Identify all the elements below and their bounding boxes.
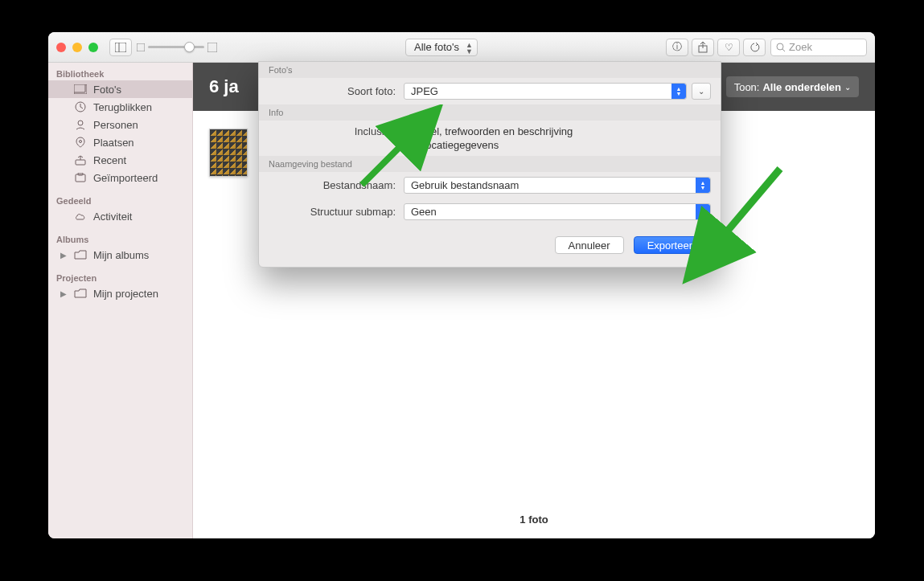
sidebar-item-label: Terugblikken <box>93 101 152 113</box>
filename-label: Bestandsnaam: <box>269 179 396 191</box>
export-button[interactable]: Exporteer <box>634 236 706 254</box>
svg-rect-13 <box>76 160 85 165</box>
sidebar-item-activiteit[interactable]: Activiteit <box>48 207 192 225</box>
share-button[interactable] <box>692 39 714 56</box>
zoom-in-icon <box>207 43 217 52</box>
close-window-button[interactable] <box>56 43 66 52</box>
item-count-label: 1 foto <box>193 513 875 526</box>
search-placeholder: Zoek <box>789 41 812 53</box>
search-field[interactable]: Zoek <box>770 39 867 56</box>
sidebar: Bibliotheek Foto's Terugblikken Personen… <box>48 63 193 538</box>
sidebar-item-label: Mijn projecten <box>93 288 158 300</box>
chevron-down-icon: ⌄ <box>698 87 704 96</box>
zoom-window-button[interactable] <box>88 43 98 52</box>
imported-icon <box>74 171 87 184</box>
svg-point-6 <box>777 43 783 50</box>
disclosure-triangle-icon[interactable]: ▶ <box>60 289 68 298</box>
folder-icon <box>74 287 87 300</box>
sidebar-item-terugblikken[interactable]: Terugblikken <box>48 98 192 116</box>
sidebar-item-label: Activiteit <box>93 211 132 223</box>
people-icon <box>74 118 87 131</box>
cancel-button[interactable]: Annuleer <box>555 236 624 254</box>
recent-icon <box>74 153 87 166</box>
sidebar-item-label: Personen <box>93 119 138 131</box>
svg-line-7 <box>782 49 785 51</box>
svg-point-12 <box>80 141 82 143</box>
svg-rect-2 <box>137 43 145 51</box>
sidebar-item-mijn-projecten[interactable]: ▶ Mijn projecten <box>48 284 192 302</box>
sidebar-item-personen[interactable]: Personen <box>48 116 192 133</box>
select-arrows-icon: ▲▼ <box>696 178 710 193</box>
sidebar-item-label: Mijn albums <box>93 249 149 261</box>
folder-icon <box>74 248 87 261</box>
zoom-slider[interactable] <box>137 43 217 52</box>
photos-icon <box>74 83 87 96</box>
sidebar-toggle-button[interactable] <box>109 39 132 56</box>
photo-thumbnail[interactable] <box>209 129 248 177</box>
disclosure-triangle-icon[interactable]: ▶ <box>60 251 68 260</box>
photo-kind-value: JPEG <box>411 85 438 97</box>
select-arrows-icon: ▲▼ <box>671 84 686 99</box>
inclusive-label: Inclusief: <box>269 125 396 137</box>
photo-kind-select[interactable]: JPEG ▲▼ <box>404 83 687 100</box>
svg-rect-9 <box>74 84 85 92</box>
info-button[interactable]: ⓘ <box>666 39 688 56</box>
search-icon <box>776 43 786 52</box>
share-icon <box>698 42 708 53</box>
show-filter-value: Alle onderdelen <box>762 81 841 93</box>
photo-kind-label: Soort foto: <box>269 85 396 97</box>
memories-icon <box>74 100 87 113</box>
svg-rect-3 <box>207 43 217 52</box>
show-filter-button[interactable]: Toon: Alle onderdelen ⌄ <box>726 76 859 97</box>
favorite-button[interactable]: ♡ <box>717 39 740 56</box>
activity-icon <box>74 210 87 223</box>
rotate-button[interactable] <box>743 39 766 56</box>
sidebar-header-bibliotheek: Bibliotheek <box>48 66 192 80</box>
chevron-updown-icon: ▲▼ <box>466 42 473 55</box>
window-controls <box>56 43 98 52</box>
app-window: Alle foto's ▲▼ ⓘ ♡ Zoek Bibliotheek Foto… <box>48 32 875 538</box>
filename-value: Gebruik bestandsnaam <box>411 179 519 191</box>
select-arrows-icon: ▲▼ <box>696 204 710 219</box>
checkbox-location-label: Locatiegegevens <box>420 139 499 151</box>
dialog-section-photos: Foto's <box>259 62 721 78</box>
places-icon <box>74 136 87 149</box>
sidebar-item-label: Plaatsen <box>93 137 134 149</box>
library-filter-dropdown[interactable]: Alle foto's ▲▼ <box>405 39 478 56</box>
subfolder-value: Geen <box>411 206 437 218</box>
rotate-icon <box>749 42 760 53</box>
dialog-section-naming: Naamgeving bestand <box>259 156 721 172</box>
info-icon: ⓘ <box>672 40 682 54</box>
sidebar-item-plaatsen[interactable]: Plaatsen <box>48 133 192 151</box>
subfolder-label: Structuur submap: <box>269 206 396 218</box>
heart-icon: ♡ <box>725 42 733 53</box>
minimize-window-button[interactable] <box>72 43 82 52</box>
checkbox-title-keywords-label: Titel, trefwoorden en beschrijving <box>420 125 573 137</box>
sidebar-item-label: Foto's <box>93 84 121 96</box>
filename-select[interactable]: Gebruik bestandsnaam ▲▼ <box>404 177 711 194</box>
sidebar-item-fotos[interactable]: Foto's <box>48 80 192 98</box>
zoom-out-icon <box>137 43 145 51</box>
expand-options-button[interactable]: ⌄ <box>692 83 711 100</box>
library-filter-label: Alle foto's <box>414 41 459 53</box>
zoom-slider-knob[interactable] <box>184 42 195 52</box>
sidebar-item-label: Recent <box>93 154 126 166</box>
titlebar: Alle foto's ▲▼ ⓘ ♡ Zoek <box>48 32 875 63</box>
show-filter-prefix: Toon: <box>734 81 760 93</box>
sidebar-icon <box>115 43 126 52</box>
sidebar-item-label: Geïmporteerd <box>93 172 158 184</box>
sidebar-header-gedeeld: Gedeeld <box>48 193 192 207</box>
sidebar-item-geimporteerd[interactable]: Geïmporteerd <box>48 169 192 186</box>
sidebar-item-recent[interactable]: Recent <box>48 151 192 169</box>
checkbox-title-keywords[interactable]: ✓ <box>404 126 415 137</box>
subfolder-select[interactable]: Geen ▲▼ <box>404 203 711 220</box>
checkbox-location[interactable] <box>404 140 415 151</box>
svg-point-11 <box>78 121 83 125</box>
export-dialog: Foto's Soort foto: JPEG ▲▼ ⌄ Info Inclus… <box>258 61 721 268</box>
zoom-slider-track[interactable] <box>148 46 204 48</box>
chevron-down-icon: ⌄ <box>844 83 851 92</box>
sidebar-item-mijn-albums[interactable]: ▶ Mijn albums <box>48 246 192 264</box>
dialog-section-info: Info <box>259 104 721 121</box>
sidebar-header-projecten: Projecten <box>48 270 192 284</box>
sidebar-header-albums: Albums <box>48 231 192 246</box>
